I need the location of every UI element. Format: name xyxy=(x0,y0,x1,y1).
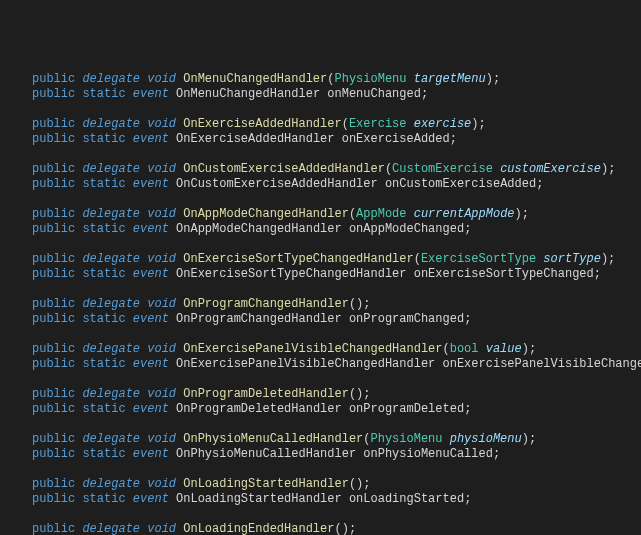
event-declaration: public static event OnMenuChangedHandler… xyxy=(32,87,428,101)
delegate-declaration: public delegate void OnLoadingStartedHan… xyxy=(32,477,371,491)
event-declaration: public static event OnExerciseAddedHandl… xyxy=(32,132,457,146)
code-editor[interactable]: public delegate void OnMenuChangedHandle… xyxy=(32,72,641,535)
delegate-declaration: public delegate void OnExerciseAddedHand… xyxy=(32,117,486,131)
event-declaration: public static event OnExercisePanelVisib… xyxy=(32,357,641,371)
delegate-declaration: public delegate void OnPhysioMenuCalledH… xyxy=(32,432,536,446)
delegate-declaration: public delegate void OnProgramChangedHan… xyxy=(32,297,371,311)
delegate-declaration: public delegate void OnExerciseSortTypeC… xyxy=(32,252,615,266)
event-declaration: public static event OnLoadingStartedHand… xyxy=(32,492,471,506)
event-declaration: public static event OnProgramDeletedHand… xyxy=(32,402,471,416)
delegate-declaration: public delegate void OnCustomExerciseAdd… xyxy=(32,162,615,176)
event-declaration: public static event OnExerciseSortTypeCh… xyxy=(32,267,601,281)
event-declaration: public static event OnProgramChangedHand… xyxy=(32,312,471,326)
event-declaration: public static event OnCustomExerciseAdde… xyxy=(32,177,543,191)
delegate-declaration: public delegate void OnAppModeChangedHan… xyxy=(32,207,529,221)
event-declaration: public static event OnAppModeChangedHand… xyxy=(32,222,471,236)
delegate-declaration: public delegate void OnExercisePanelVisi… xyxy=(32,342,536,356)
delegate-declaration: public delegate void OnMenuChangedHandle… xyxy=(32,72,500,86)
event-declaration: public static event OnPhysioMenuCalledHa… xyxy=(32,447,500,461)
delegate-declaration: public delegate void OnProgramDeletedHan… xyxy=(32,387,371,401)
delegate-declaration: public delegate void OnLoadingEndedHandl… xyxy=(32,522,356,535)
